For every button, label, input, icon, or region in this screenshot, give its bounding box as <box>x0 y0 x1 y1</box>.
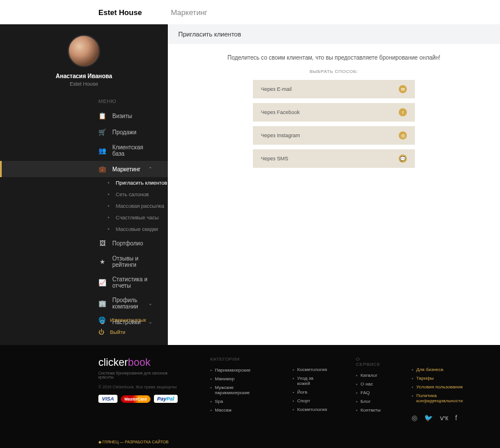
content-area: Пригласить клиентов Поделитесь со своим … <box>168 24 500 345</box>
menu-item-image[interactable]: 🖼Портфолио <box>0 235 168 251</box>
payment-badges: VISA MasterCard PayPal <box>98 395 181 403</box>
method-icon: ✉ <box>399 85 407 93</box>
footer-link[interactable]: Spa <box>210 399 263 404</box>
chart-icon: 📈 <box>98 278 106 287</box>
footer-link[interactable]: Блог <box>356 399 383 404</box>
profile-company: Estet House <box>0 81 168 87</box>
profile-name: Анастасия Иванова <box>0 73 168 79</box>
method-label: ВЫБРАТЬ СПОСОБ: <box>203 69 465 74</box>
top-bar: Estet House Маркетинг <box>0 0 500 24</box>
footer-link[interactable]: Для бизнеса <box>411 367 477 372</box>
bottom-item-globe[interactable]: 🌐Изменить язык <box>0 314 168 326</box>
footer-link[interactable]: Уход за кожей <box>293 376 328 386</box>
submenu-item[interactable]: Массовые скидки <box>108 223 168 235</box>
footer-link[interactable]: Контакты <box>356 407 383 413</box>
image-icon: 🖼 <box>98 239 106 247</box>
profile-block: Анастасия Иванова Estet House <box>0 24 168 94</box>
bottom-item-power[interactable]: ⏻Выйти <box>0 326 168 338</box>
footer-copyright: © 2019 Clickerbook. Все права защищены <box>98 385 181 389</box>
footer-link[interactable]: Косметология <box>293 367 328 372</box>
footer-link[interactable]: Каталог <box>356 373 383 378</box>
users-icon: 👥 <box>98 146 106 155</box>
cart-icon: 🛒 <box>98 128 106 136</box>
facebook-icon[interactable]: f <box>455 414 457 422</box>
menu-item-star[interactable]: ★Отзывы и рейтинги <box>0 251 168 272</box>
briefcase-icon: 💼 <box>98 165 106 173</box>
footer-link[interactable]: Мужские парикмахерские <box>210 385 263 395</box>
menu-label: Профиль компании <box>112 297 148 310</box>
footer-link[interactable]: Йога <box>293 390 328 395</box>
section-name: Маркетинг <box>171 8 207 17</box>
menu-label: Портфолио <box>112 240 156 247</box>
page-title: Пригласить клиентов <box>168 24 500 44</box>
submenu-item[interactable]: Пригласить клиентов <box>108 177 168 189</box>
method-icon: ◎ <box>399 131 407 139</box>
building-icon: 🏢 <box>98 299 106 307</box>
footer-link[interactable]: Политика конфиденциальности <box>411 393 477 403</box>
menu-label: Визиты <box>112 113 156 119</box>
avatar[interactable] <box>68 35 100 67</box>
star-icon: ★ <box>98 258 106 266</box>
paypal-icon: PayPal <box>154 395 178 403</box>
twitter-icon[interactable]: 🐦 <box>424 414 433 422</box>
menu-label: Клиентская база <box>112 144 156 157</box>
footer-tagline: Система бронирования для салонов красоты <box>98 371 181 379</box>
footer-link[interactable]: FAQ <box>356 390 383 395</box>
mastercard-icon: MasterCard <box>121 395 150 403</box>
menu-item-users[interactable]: 👥Клиентская база <box>0 140 168 161</box>
method-icon: 💬 <box>399 155 407 163</box>
sidebar: Анастасия Иванова Estet House МЕНЮ 📋Визи… <box>0 24 168 345</box>
menu-item-calendar[interactable]: 📋Визиты <box>0 108 168 124</box>
footer-link[interactable]: Маникюр <box>210 376 263 381</box>
footer: clickerbook Система бронирования для сал… <box>0 345 500 448</box>
invite-method-button[interactable]: Через Facebookf <box>253 103 415 122</box>
power-icon: ⏻ <box>98 329 105 335</box>
footer-service-title: О СЕРВИСЕ <box>356 357 383 367</box>
chevron-down-icon: ⌄ <box>148 300 153 306</box>
social-icons: ◎🐦ⱱкf <box>411 414 477 422</box>
footer-link[interactable]: Спорт <box>293 398 328 403</box>
calendar-icon: 📋 <box>98 112 106 120</box>
brand-name: Estet House <box>98 8 142 17</box>
footer-link[interactable]: Косметология <box>293 407 328 412</box>
menu-item-chart[interactable]: 📈Статистика и отчеты <box>0 272 168 293</box>
menu-item-briefcase[interactable]: 💼Маркетинг⌃ <box>0 161 168 177</box>
page-description: Поделитесь со своим клиентам, что вы пре… <box>203 54 465 61</box>
invite-method-button[interactable]: Через E-mail✉ <box>253 80 415 98</box>
developer-credit[interactable]: ГЛЯНЕЦ — РАЗРАБОТКА САЙТОВ <box>98 440 168 445</box>
menu-label: Продажи <box>112 129 156 135</box>
submenu-item[interactable]: Сеть салонов <box>108 189 168 200</box>
footer-link[interactable]: Массаж <box>210 407 263 413</box>
footer-link[interactable]: Парикмахерские <box>210 368 263 373</box>
footer-categories-title: КАТЕГОРИИ <box>210 357 263 362</box>
submenu-item[interactable]: Массовая рассылка <box>108 200 168 212</box>
menu-label: Маркетинг <box>112 166 148 172</box>
invite-method-button[interactable]: Через SMS💬 <box>253 149 415 168</box>
menu-label: МЕНЮ <box>0 94 168 108</box>
menu-label: Отзывы и рейтинги <box>112 255 156 268</box>
footer-link[interactable]: О нас <box>356 381 383 387</box>
footer-link[interactable]: Тарифы <box>411 376 477 381</box>
vk-icon[interactable]: ⱱк <box>440 414 448 422</box>
globe-icon: 🌐 <box>98 317 105 323</box>
method-icon: f <box>399 108 407 116</box>
footer-logo: clickerbook <box>98 357 181 369</box>
submenu-item[interactable]: Счастливые часы <box>108 212 168 223</box>
chevron-up-icon: ⌃ <box>148 166 153 172</box>
menu-item-building[interactable]: 🏢Профиль компании⌄ <box>0 293 168 314</box>
visa-icon: VISA <box>98 395 117 403</box>
instagram-icon[interactable]: ◎ <box>411 414 417 422</box>
menu-item-cart[interactable]: 🛒Продажи <box>0 124 168 140</box>
footer-link[interactable]: Условия пользования <box>411 384 477 390</box>
menu-label: Статистика и отчеты <box>112 276 156 289</box>
invite-method-button[interactable]: Через Instagram◎ <box>253 126 415 145</box>
